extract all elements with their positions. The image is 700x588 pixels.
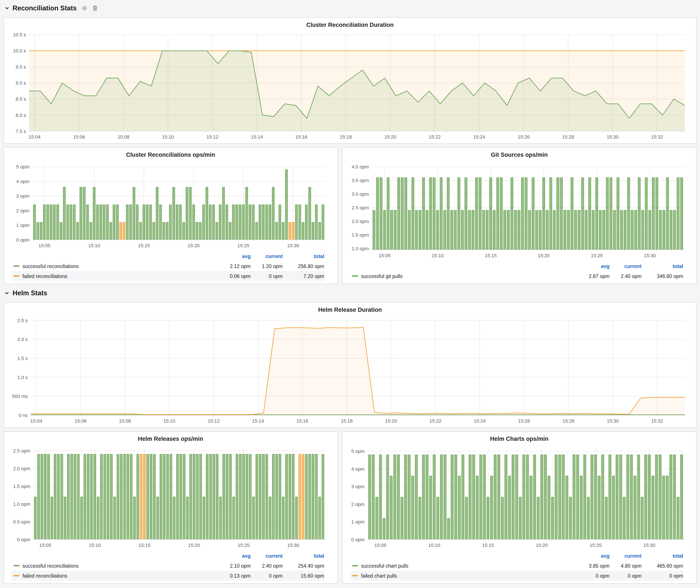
svg-text:15:30: 15:30 xyxy=(287,243,299,248)
legend-col-current[interactable]: current xyxy=(251,553,283,558)
svg-text:15:15: 15:15 xyxy=(138,243,150,248)
row-title-helm-stats[interactable]: Helm Stats xyxy=(13,289,47,297)
svg-text:15:18: 15:18 xyxy=(341,418,353,424)
legend-series-label[interactable]: failed reconciliations xyxy=(12,273,216,279)
svg-text:15:14: 15:14 xyxy=(251,134,263,140)
legend-series-label[interactable]: failed reconciliations xyxy=(12,573,216,578)
legend: avg current total successful git pulls 2… xyxy=(347,260,692,282)
panel-title[interactable]: Helm Release Duration xyxy=(8,305,692,315)
legend: avg current total successful reconciliat… xyxy=(8,250,333,282)
svg-text:4 opm: 4 opm xyxy=(16,179,29,184)
svg-text:15:22: 15:22 xyxy=(429,418,441,424)
legend-avg-value: 2.10 opm xyxy=(216,563,251,568)
legend-col-current[interactable]: current xyxy=(610,553,642,558)
legend-row-failed-reconciliations: failed reconciliations 0.06 opm 0 opm 7.… xyxy=(12,271,324,281)
chart-git-sources-ops[interactable]: 15:0515:1015:1515:2015:2515:304.0 opm3.5… xyxy=(347,160,692,260)
chart-helm-charts-ops[interactable]: 15:0515:1015:1515:2015:2515:305 opm4 opm… xyxy=(347,444,692,550)
legend-series-label[interactable]: failed chart pulls xyxy=(350,573,575,578)
svg-text:7.5 s: 7.5 s xyxy=(16,129,26,134)
legend-col-total[interactable]: total xyxy=(283,553,324,558)
series-color-swatch xyxy=(352,565,358,566)
panel-row-helm: Helm Releases ops/min 15:0515:1015:1515:… xyxy=(3,431,697,584)
legend-col-current[interactable]: current xyxy=(251,254,283,259)
dashboard: Reconciliation Stats Cluster Reconciliat… xyxy=(0,0,700,588)
svg-text:15:25: 15:25 xyxy=(238,543,250,548)
svg-text:15:14: 15:14 xyxy=(252,418,264,424)
chart-helm-releases-ops[interactable]: 15:0515:1015:1515:2015:2515:302.5 opm2.0… xyxy=(8,444,333,550)
svg-text:1 opm: 1 opm xyxy=(16,223,29,228)
chart-helm-release-duration[interactable]: 15:0415:0615:0815:1015:1215:1415:1615:18… xyxy=(8,315,692,426)
series-color-swatch xyxy=(13,265,19,267)
legend-row-failed-chart-pulls: failed chart pulls 0 opm 0 opm 0 opm xyxy=(350,571,683,581)
svg-text:15:22: 15:22 xyxy=(429,134,441,140)
svg-text:15:26: 15:26 xyxy=(518,418,530,424)
svg-text:1.0 opm: 1.0 opm xyxy=(13,501,31,507)
panel-title[interactable]: Helm Releases ops/min xyxy=(8,434,333,444)
legend-series-name: successful git pulls xyxy=(361,273,403,279)
svg-text:15:16: 15:16 xyxy=(296,418,308,424)
legend-series-label[interactable]: successful reconciliations xyxy=(12,563,216,568)
svg-text:2 opm: 2 opm xyxy=(351,502,365,507)
legend-series-label[interactable]: successful git pulls xyxy=(350,273,575,279)
panel-helm-releases-ops: Helm Releases ops/min 15:0515:1015:1515:… xyxy=(3,431,338,584)
row-title-reconciliation-stats[interactable]: Reconciliation Stats xyxy=(13,4,77,12)
svg-text:2.0 opm: 2.0 opm xyxy=(13,466,31,471)
svg-text:15:24: 15:24 xyxy=(473,134,485,140)
svg-text:15:30: 15:30 xyxy=(607,418,619,424)
svg-text:15:30: 15:30 xyxy=(607,134,619,140)
legend-row-successful-reconciliations: successful reconciliations 2.10 opm 2.40… xyxy=(12,561,324,571)
series-color-swatch xyxy=(352,575,358,576)
svg-text:4 opm: 4 opm xyxy=(351,466,365,472)
svg-text:15:20: 15:20 xyxy=(188,243,200,248)
trash-icon[interactable] xyxy=(92,5,98,11)
legend-current-value: 4.80 opm xyxy=(610,563,642,568)
legend-col-total[interactable]: total xyxy=(642,553,683,558)
svg-text:1.5 opm: 1.5 opm xyxy=(352,232,369,238)
chart-cluster-reconciliation-duration[interactable]: 15:0415:0615:0815:1015:1215:1415:1615:18… xyxy=(8,30,692,142)
legend-series-name: successful reconciliations xyxy=(23,263,79,269)
svg-text:15:20: 15:20 xyxy=(538,253,550,258)
chart-cluster-reconciliations-ops[interactable]: 15:0515:1015:1515:2015:2515:305 opm4 opm… xyxy=(8,160,333,250)
legend-row-successful-chart-pulls: successful chart pulls 3.85 opm 4.80 opm… xyxy=(350,561,683,571)
legend-total-value: 254.40 opm xyxy=(283,563,324,568)
svg-text:15:30: 15:30 xyxy=(643,543,655,548)
legend-total-value: 15.60 opm xyxy=(283,573,324,578)
panel-title[interactable]: Git Sources ops/min xyxy=(347,150,692,160)
legend-series-name: failed reconciliations xyxy=(23,573,67,578)
series-color-swatch xyxy=(13,565,19,566)
legend-col-avg[interactable]: avg xyxy=(216,553,251,558)
svg-text:15:06: 15:06 xyxy=(73,134,85,140)
legend-series-label[interactable]: successful chart pulls xyxy=(350,563,575,568)
svg-text:1.5 s: 1.5 s xyxy=(17,356,28,361)
legend-series-label[interactable]: successful reconciliations xyxy=(12,263,216,269)
panel-title[interactable]: Helm Charts ops/min xyxy=(347,434,692,444)
legend-series-name: failed chart pulls xyxy=(361,573,397,578)
legend-col-total[interactable]: total xyxy=(283,254,324,259)
panel-helm-release-duration: Helm Release Duration 15:0415:0615:0815:… xyxy=(3,302,697,428)
legend-row-successful-git-pulls: successful git pulls 2.87 opm 2.40 opm 3… xyxy=(350,271,683,281)
legend-col-avg[interactable]: avg xyxy=(575,553,610,558)
svg-text:15:20: 15:20 xyxy=(536,543,548,548)
legend-col-avg[interactable]: avg xyxy=(216,254,251,259)
legend-col-total[interactable]: total xyxy=(642,263,683,269)
chevron-down-icon[interactable] xyxy=(4,6,10,11)
svg-text:15:10: 15:10 xyxy=(88,243,100,248)
panel-title[interactable]: Cluster Reconciliations ops/min xyxy=(8,150,333,160)
gear-icon[interactable] xyxy=(81,5,87,11)
legend-header-row: avg current total xyxy=(12,251,324,261)
svg-text:15:32: 15:32 xyxy=(651,418,663,424)
svg-text:15:08: 15:08 xyxy=(118,134,129,140)
chevron-down-icon[interactable] xyxy=(4,291,10,296)
svg-text:15:28: 15:28 xyxy=(562,134,574,140)
svg-text:10.0 s: 10.0 s xyxy=(13,48,26,53)
svg-text:1.0 opm: 1.0 opm xyxy=(352,246,369,251)
legend-col-current[interactable]: current xyxy=(610,263,642,269)
svg-text:15:25: 15:25 xyxy=(590,543,602,548)
legend-total-value: 256.80 opm xyxy=(283,263,324,269)
svg-text:15:26: 15:26 xyxy=(518,134,530,140)
legend-col-avg[interactable]: avg xyxy=(575,263,610,269)
svg-text:0 ns: 0 ns xyxy=(19,413,28,418)
panel-title[interactable]: Cluster Reconciliation Duration xyxy=(8,20,692,30)
legend-current-value: 0 opm xyxy=(251,273,283,279)
svg-text:5 opm: 5 opm xyxy=(16,164,29,170)
